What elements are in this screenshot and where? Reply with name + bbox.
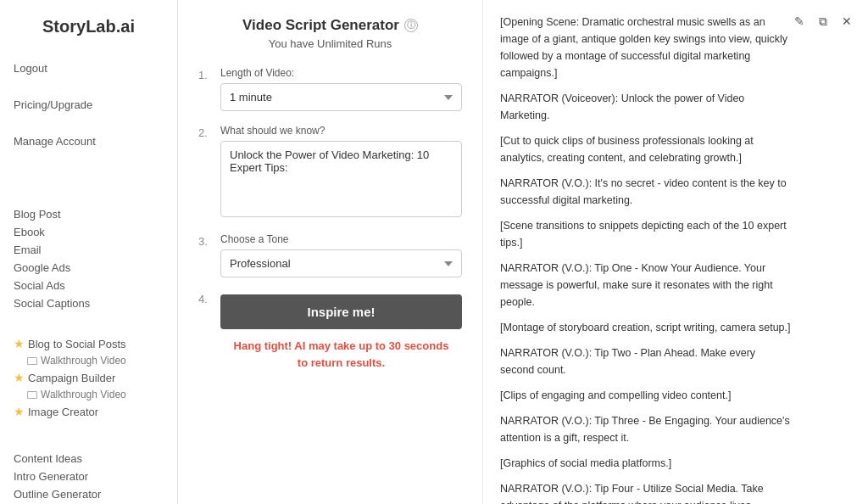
step-2-label: What should we know? [220,125,462,137]
wait-message: Hang tight! AI may take up to 30 seconds… [220,338,462,371]
nav-blog-to-social-label: Blog to Social Posts [28,338,126,350]
copy-button[interactable]: ⧉ [814,12,832,31]
nav-blog-post[interactable]: Blog Post [14,205,164,223]
nav-social-ads[interactable]: Social Ads [14,277,164,294]
nav-content-ideas[interactable]: Content Ideas [14,450,164,468]
content-area: Video Script Generator ⓘ You have Unlimi… [178,0,868,504]
output-paragraph: NARRATOR (V.O.): Tip One - Know Your Aud… [500,260,792,311]
form-step-3: 3. Choose a Tone Professional Casual For… [198,233,462,277]
sidebar-starred-section: ★ Blog to Social Posts Walkthrough Video… [14,334,164,421]
tone-select[interactable]: Professional Casual Formal Humorous Insp… [220,249,462,277]
form-step-4: 4. Inspire me! Hang tight! AI may take u… [198,291,462,371]
close-button[interactable]: ✕ [837,12,856,31]
logout-link[interactable]: Logout [14,60,164,76]
output-paragraph: [Scene transitions to snippets depicting… [500,217,792,251]
step-4-content: Inspire me! Hang tight! AI may take up t… [220,291,462,371]
page-title-text: Video Script Generator [242,17,399,34]
output-paragraph: NARRATOR (V.O.): Tip Two - Plan Ahead. M… [500,344,792,378]
form-step-1: 1. Length of Video: 30 seconds 1 minute … [198,67,462,111]
video-icon-2 [27,391,37,399]
output-paragraph: NARRATOR (V.O.): It's no secret - video … [500,175,792,209]
output-text: [Opening Scene: Dramatic orchestral musi… [500,14,851,504]
sidebar-bottom-section: Content Ideas Intro Generator Outline Ge… [14,450,164,504]
page-title-row: Video Script Generator ⓘ [198,17,462,34]
info-icon[interactable]: ⓘ [404,19,418,32]
sidebar: StoryLab.ai Logout Pricing/Upgrade Manag… [0,0,178,504]
unlimited-runs: You have Unlimited Runs [198,37,462,50]
output-paragraph: [Graphics of social media platforms.] [500,455,792,472]
edit-button[interactable]: ✎ [790,12,809,31]
nav-intro-generator[interactable]: Intro Generator [14,468,164,485]
account-links: Logout Pricing/Upgrade Manage Account [14,60,164,166]
step-3-label: Choose a Tone [220,233,462,245]
nav-ebook[interactable]: Ebook [14,223,164,241]
step-1-content: Length of Video: 30 seconds 1 minute 2 m… [220,67,462,111]
nav-image-creator-label: Image Creator [28,406,98,418]
pricing-link[interactable]: Pricing/Upgrade [14,97,164,113]
step-number-1: 1. [198,67,212,81]
nav-campaign-builder-label: Campaign Builder [28,372,115,384]
star-icon-3: ★ [14,405,25,418]
step-number-3: 3. [198,233,212,248]
output-paragraph: [Cut to quick clips of business professi… [500,132,792,166]
star-icon-1: ★ [14,337,25,350]
output-paragraph: [Montage of storyboard creation, script … [500,319,792,336]
output-toolbar: ✎ ⧉ ✕ [790,12,856,31]
output-paragraph: [Clips of engaging and compelling video … [500,387,792,404]
step-number-4: 4. [198,291,212,305]
step-number-2: 2. [198,125,212,139]
step-3-content: Choose a Tone Professional Casual Formal… [220,233,462,277]
nav-email[interactable]: Email [14,241,164,259]
form-step-2: 2. What should we know? Unlock the Power… [198,125,462,220]
nav-campaign-builder[interactable]: ★ Campaign Builder [14,368,164,387]
campaign-builder-walkthrough-label: Walkthrough Video [41,389,126,400]
blog-to-social-walkthrough-label: Walkthrough Video [41,355,126,367]
main-area: Video Script Generator ⓘ You have Unlimi… [178,0,868,504]
logo: StoryLab.ai [14,17,164,36]
knowledge-textarea[interactable]: Unlock the Power of Video Marketing: 10 … [220,141,462,217]
manage-account-link[interactable]: Manage Account [14,133,164,149]
length-select[interactable]: 30 seconds 1 minute 2 minutes 5 minutes … [220,83,462,111]
output-paragraph: NARRATOR (V.O.): Tip Three - Be Engaging… [500,412,792,446]
output-paragraph: NARRATOR (Voiceover): Unlock the power o… [500,90,792,124]
inspire-button[interactable]: Inspire me! [220,294,462,329]
campaign-builder-walkthrough[interactable]: Walkthrough Video [14,387,164,402]
step-2-content: What should we know? Unlock the Power of… [220,125,462,220]
output-paragraph: NARRATOR (V.O.): Tip Four - Utilize Soci… [500,480,792,504]
video-icon-1 [27,357,37,365]
nav-blog-to-social[interactable]: ★ Blog to Social Posts [14,334,164,353]
blog-to-social-walkthrough[interactable]: Walkthrough Video [14,353,164,368]
nav-outline-generator[interactable]: Outline Generator [14,485,164,503]
step-1-label: Length of Video: [220,67,462,79]
output-panel: ✎ ⧉ ✕ [Opening Scene: Dramatic orchestra… [483,0,868,504]
output-paragraph: [Opening Scene: Dramatic orchestral musi… [500,14,792,81]
form-panel: Video Script Generator ⓘ You have Unlimi… [178,0,483,504]
sidebar-nav-section: Blog Post Ebook Email Google Ads Social … [14,205,164,312]
page-title: Video Script Generator ⓘ [242,17,418,34]
nav-social-captions[interactable]: Social Captions [14,294,164,312]
nav-image-creator[interactable]: ★ Image Creator [14,402,164,421]
nav-google-ads[interactable]: Google Ads [14,259,164,277]
star-icon-2: ★ [14,371,25,384]
